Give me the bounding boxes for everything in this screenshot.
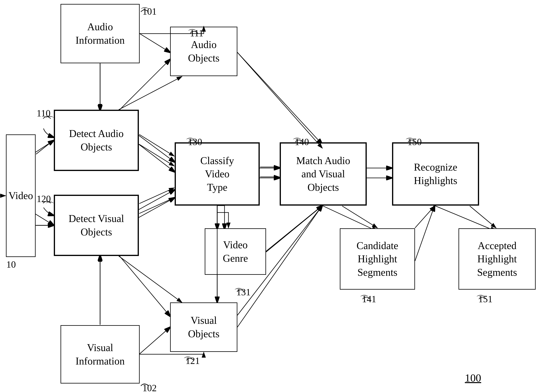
ref-150-curve: ⌒ [405, 136, 415, 149]
detect-audio-label: Detect AudioObjects [69, 127, 124, 154]
svg-line-20 [119, 255, 170, 316]
classify-video-box: ClassifyVideoType [175, 142, 260, 206]
ref-102-curve: ⌒ [140, 382, 150, 392]
ref-121-curve: ⌒ [183, 355, 193, 367]
ref-110-curve: ⌒ [45, 114, 55, 127]
recognize-highlights-box: RecognizeHighlights [392, 142, 479, 206]
ref-131-curve: ⌒ [234, 286, 244, 299]
accepted-segments-box: AcceptedHighlightSegments [459, 228, 536, 290]
candidate-segments-label: CandidateHighlightSegments [357, 239, 398, 279]
match-audio-visual-label: Match Audioand VisualObjects [296, 154, 350, 194]
svg-line-5 [140, 34, 170, 52]
audio-objects-box: AudioObjects [170, 27, 237, 76]
visual-objects-label: VisualObjects [188, 314, 220, 340]
match-audio-visual-box: Match Audioand VisualObjects [280, 142, 367, 206]
candidate-segments-box: CandidateHighlightSegments [340, 228, 415, 290]
svg-line-17 [265, 206, 322, 252]
visual-information-label: VisualInformation [75, 341, 125, 368]
detect-visual-label: Detect VisualObjects [69, 212, 124, 238]
diagram: Video AudioInformation VisualInformation… [0, 0, 540, 392]
video-box: Video [6, 134, 36, 257]
ref-10: 10 [6, 259, 16, 270]
classify-video-label: ClassifyVideoType [200, 154, 234, 194]
detect-audio-box: Detect AudioObjects [54, 110, 139, 171]
visual-objects-box: VisualObjects [170, 303, 237, 352]
video-genre-label: VideoGenre [223, 238, 248, 265]
ref-140-curve: ⌒ [292, 136, 302, 149]
ref-130-curve: ⌒ [185, 136, 195, 149]
accepted-segments-label: AcceptedHighlightSegments [477, 239, 517, 279]
visual-information-box: VisualInformation [60, 325, 140, 383]
svg-line-2 [36, 140, 54, 152]
svg-line-24 [140, 327, 170, 354]
ref-120-curve: ⌒ [45, 200, 55, 213]
svg-line-26 [415, 206, 435, 261]
svg-line-19 [139, 198, 175, 218]
video-genre-box: VideoGenre [205, 228, 266, 275]
ref-100: 100 [465, 372, 481, 384]
audio-information-box: AudioInformation [60, 4, 140, 63]
svg-line-18 [139, 190, 175, 209]
recognize-highlights-label: RecognizeHighlights [414, 160, 457, 187]
svg-line-6 [139, 135, 175, 162]
svg-line-25 [322, 206, 377, 231]
video-label: Video [9, 189, 33, 202]
svg-line-7 [139, 144, 175, 172]
svg-line-8 [119, 59, 170, 111]
ref-151-curve: ⌒ [476, 293, 485, 306]
detect-visual-box: Detect VisualObjects [54, 195, 139, 256]
svg-line-9 [237, 52, 322, 144]
ref-111-curve: ⌒ [188, 27, 197, 40]
ref-101-curve: ⌒ [140, 5, 150, 18]
svg-line-27 [435, 206, 496, 231]
ref-141-curve: ⌒ [360, 293, 369, 306]
audio-objects-label: AudioObjects [188, 38, 220, 65]
audio-information-label: AudioInformation [75, 20, 125, 47]
